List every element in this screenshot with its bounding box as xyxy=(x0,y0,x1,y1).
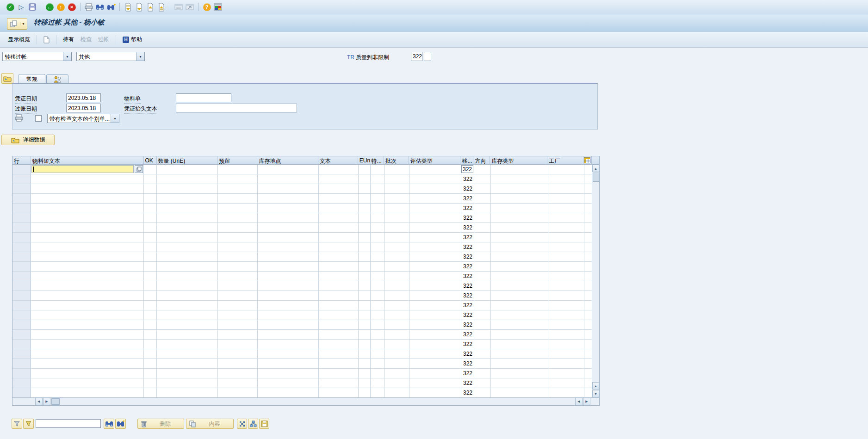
table-cell[interactable] xyxy=(319,340,359,349)
table-cell[interactable] xyxy=(409,272,461,281)
table-cell[interactable] xyxy=(12,194,31,204)
table-cell[interactable] xyxy=(359,378,371,388)
table-cell[interactable]: 322 xyxy=(461,252,474,262)
table-cell[interactable] xyxy=(384,330,409,340)
table-configuration-button[interactable] xyxy=(583,156,592,165)
table-cell[interactable] xyxy=(491,291,548,301)
table-cell[interactable] xyxy=(31,291,144,301)
table-cell[interactable] xyxy=(157,213,218,223)
table-cell[interactable] xyxy=(474,301,491,310)
table-cell[interactable] xyxy=(474,233,491,242)
posting-date-field[interactable] xyxy=(66,104,101,112)
table-cell[interactable] xyxy=(474,378,491,388)
table-cell[interactable] xyxy=(371,272,384,281)
table-cell[interactable] xyxy=(31,349,144,359)
table-cell[interactable] xyxy=(12,330,31,340)
table-cell[interactable] xyxy=(384,165,409,174)
table-cell[interactable] xyxy=(474,291,491,301)
table-cell[interactable] xyxy=(319,301,359,310)
find-button[interactable] xyxy=(104,419,114,429)
column-header-9[interactable]: 特... xyxy=(370,156,384,165)
table-cell[interactable] xyxy=(548,223,584,233)
table-cell[interactable] xyxy=(319,349,359,359)
table-cell[interactable] xyxy=(12,301,31,310)
table-cell[interactable] xyxy=(359,349,371,359)
table-cell[interactable] xyxy=(319,291,359,301)
column-header-15[interactable]: 工厂 xyxy=(547,156,583,165)
reference-select[interactable]: 其他 ▼ xyxy=(76,52,145,61)
table-cell[interactable] xyxy=(319,330,359,340)
table-cell[interactable] xyxy=(31,184,144,194)
table-cell[interactable] xyxy=(12,223,31,233)
table-cell[interactable] xyxy=(491,281,548,291)
contents-button[interactable]: 内容 xyxy=(186,419,234,429)
table-cell[interactable] xyxy=(31,233,144,242)
table-cell[interactable] xyxy=(384,213,409,223)
table-cell[interactable] xyxy=(371,213,384,223)
last-page-icon[interactable] xyxy=(156,2,167,12)
table-cell[interactable] xyxy=(319,204,359,213)
table-cell[interactable] xyxy=(491,320,548,330)
table-cell[interactable] xyxy=(157,272,218,281)
table-cell[interactable] xyxy=(548,369,584,378)
table-cell[interactable] xyxy=(491,388,548,398)
table-cell[interactable] xyxy=(157,301,218,310)
table-cell[interactable]: 322 xyxy=(461,388,474,398)
table-cell[interactable] xyxy=(491,378,548,388)
table-cell[interactable] xyxy=(31,320,144,330)
table-cell[interactable] xyxy=(491,184,548,194)
table-cell[interactable] xyxy=(384,369,409,378)
table-cell[interactable] xyxy=(371,233,384,242)
table-cell[interactable] xyxy=(359,252,371,262)
table-cell[interactable] xyxy=(319,310,359,320)
table-cell[interactable]: 322 xyxy=(461,262,474,272)
column-header-6[interactable]: 库存地点 xyxy=(257,156,318,165)
table-cell[interactable] xyxy=(319,369,359,378)
table-cell[interactable] xyxy=(218,340,258,349)
find-next-button[interactable] xyxy=(115,419,126,429)
table-cell[interactable] xyxy=(31,281,144,291)
table-cell[interactable]: 322 xyxy=(461,272,474,281)
table-cell[interactable]: 322 xyxy=(461,194,474,204)
table-cell[interactable] xyxy=(371,281,384,291)
table-cell[interactable] xyxy=(548,233,584,242)
table-cell[interactable] xyxy=(491,223,548,233)
table-cell[interactable] xyxy=(371,242,384,252)
column-header-8[interactable]: EUn xyxy=(358,156,370,165)
table-cell[interactable] xyxy=(491,310,548,320)
table-cell[interactable] xyxy=(474,194,491,204)
table-cell[interactable] xyxy=(409,349,461,359)
table-cell[interactable] xyxy=(474,272,491,281)
transaction-select[interactable]: 转移过帐 ▼ xyxy=(2,52,72,61)
table-cell[interactable] xyxy=(144,262,157,272)
table-cell[interactable] xyxy=(319,184,359,194)
movement-type-field[interactable]: 322 xyxy=(411,52,422,61)
table-cell[interactable] xyxy=(384,378,409,388)
table-cell[interactable] xyxy=(409,281,461,291)
table-cell[interactable] xyxy=(548,272,584,281)
table-cell[interactable] xyxy=(371,340,384,349)
table-cell[interactable] xyxy=(157,165,218,174)
table-cell[interactable] xyxy=(31,204,144,213)
enter-icon[interactable]: ✓ xyxy=(5,2,15,12)
table-cell[interactable] xyxy=(258,262,319,272)
table-cell[interactable] xyxy=(157,320,218,330)
table-cell[interactable] xyxy=(258,359,319,369)
material-short-text-input[interactable] xyxy=(31,165,134,173)
table-cell[interactable] xyxy=(31,272,144,281)
table-cell[interactable] xyxy=(144,310,157,320)
table-cell[interactable] xyxy=(409,174,461,184)
table-cell[interactable] xyxy=(144,174,157,184)
table-cell[interactable] xyxy=(548,388,584,398)
table-cell[interactable] xyxy=(12,242,31,252)
table-cell[interactable] xyxy=(31,242,144,252)
table-cell[interactable] xyxy=(31,252,144,262)
table-cell[interactable] xyxy=(218,194,258,204)
table-cell[interactable] xyxy=(12,281,31,291)
table-cell[interactable] xyxy=(548,378,584,388)
table-cell[interactable] xyxy=(218,369,258,378)
table-cell[interactable] xyxy=(144,378,157,388)
table-cell[interactable] xyxy=(474,340,491,349)
horizontal-scroll-thumb[interactable] xyxy=(51,398,60,405)
new-session-icon[interactable] xyxy=(174,2,184,12)
